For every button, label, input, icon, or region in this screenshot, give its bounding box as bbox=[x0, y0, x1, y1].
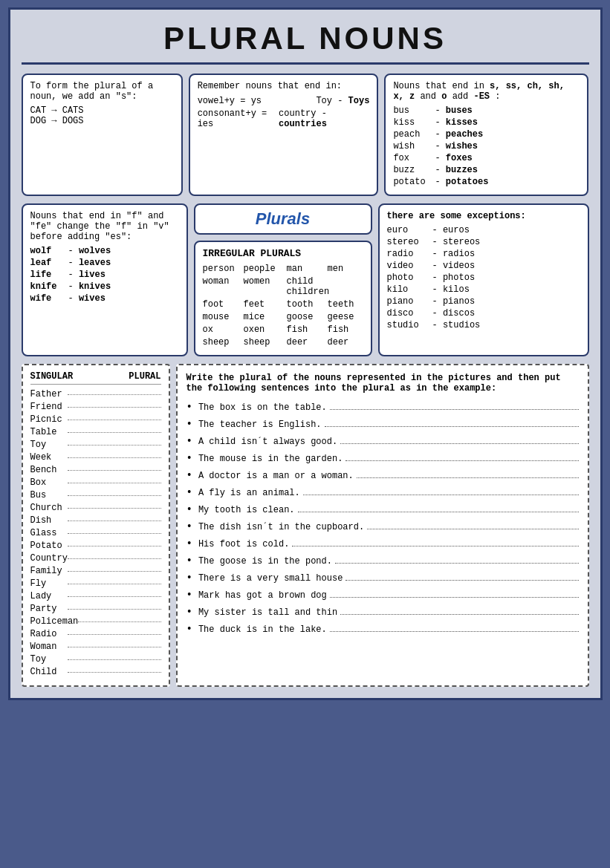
bullet: • bbox=[186, 401, 192, 413]
sp-row: Friend bbox=[30, 402, 161, 412]
rule1-box: To form the plural of a noun, we add an … bbox=[22, 74, 183, 196]
irregular-box: IRREGULAR PLURALS personpeoplemanmenwoma… bbox=[194, 241, 372, 356]
sp-row: Party bbox=[30, 604, 161, 614]
irreg-pair: mousemice bbox=[203, 312, 279, 322]
bullet: • bbox=[186, 435, 192, 447]
exercise-item: •A doctor is a man or a woman. bbox=[186, 468, 579, 481]
exercise-answer-line bbox=[292, 536, 578, 546]
page: PLURAL NOUNS To form the plural of a nou… bbox=[8, 7, 603, 700]
exercise-item: •Mark has got a brown dog bbox=[186, 587, 579, 601]
sp-row: Father bbox=[30, 389, 161, 399]
exercise-sentence: There is a very small house bbox=[198, 573, 343, 584]
sp-word: Potato bbox=[30, 541, 68, 551]
ffe-pair: wolf- wolves bbox=[30, 246, 179, 256]
sp-row: Glass bbox=[30, 528, 161, 538]
sp-row: Lady bbox=[30, 591, 161, 601]
exception-pair: piano- pianos bbox=[387, 296, 580, 307]
exception-pair: kilo- kilos bbox=[387, 284, 580, 295]
bullet: • bbox=[186, 572, 192, 584]
sp-word: Father bbox=[30, 389, 68, 399]
sp-dots bbox=[68, 647, 161, 647]
exercise-item: •The goose is in the pond. bbox=[186, 553, 579, 567]
exception-pair: video- videos bbox=[387, 261, 580, 271]
exercise-item: •A child isn´t always good. bbox=[186, 434, 579, 447]
ffe-pair: knife- knives bbox=[30, 281, 179, 292]
rule3-pair: peach- peaches bbox=[393, 129, 580, 140]
exercise-answer-line bbox=[367, 519, 578, 529]
sp-word: Child bbox=[30, 667, 68, 677]
sp-row: Family bbox=[30, 566, 161, 576]
exercise-sentence: A fly is an animal. bbox=[198, 488, 300, 498]
sp-dots bbox=[68, 521, 161, 521]
bullet: • bbox=[186, 418, 192, 430]
sp-row: Potato bbox=[30, 541, 161, 551]
rule3-pair: fox- foxes bbox=[393, 153, 580, 163]
irreg-pair: sheepsheep bbox=[203, 337, 279, 347]
sp-row: Bench bbox=[30, 465, 161, 475]
sp-dots bbox=[68, 558, 161, 559]
rule3-intro: Nouns that end in s, ss, ch, sh, x, z an… bbox=[393, 81, 580, 102]
irreg-pair: footfeet bbox=[203, 299, 279, 310]
irreg-pair: goosegeese bbox=[287, 312, 363, 322]
exercise-answer-line bbox=[330, 621, 579, 632]
exercise-item: •The dish isn´t in the cupboard. bbox=[186, 519, 579, 532]
sp-dots bbox=[68, 457, 161, 458]
ffe-pair: leaf- leaves bbox=[30, 258, 179, 268]
rule2-box: Remember nouns that end in: vowel+y = ys… bbox=[189, 74, 379, 196]
sp-row: Dish bbox=[30, 515, 161, 526]
irreg-pair: personpeople bbox=[203, 264, 279, 274]
irreg-pair: childchildren bbox=[287, 276, 363, 297]
sp-row: Child bbox=[30, 667, 161, 677]
sp-dots bbox=[68, 432, 161, 433]
exercise-answer-line bbox=[325, 417, 579, 427]
bullet: • bbox=[186, 623, 192, 635]
bullet: • bbox=[186, 469, 192, 481]
sp-word: Radio bbox=[30, 629, 68, 639]
sp-word: Bench bbox=[30, 465, 68, 475]
exercise-instruction: Write the plural of the nouns represente… bbox=[186, 373, 579, 394]
sp-header: SINGULAR PLURAL bbox=[30, 371, 161, 385]
exercise-sentence: The goose is in the pond. bbox=[198, 556, 332, 567]
exceptions-intro: there are some exceptions: bbox=[387, 211, 580, 221]
irreg-pair: manmen bbox=[287, 264, 363, 274]
ffe-pair: life- lives bbox=[30, 270, 179, 280]
sp-word: Dish bbox=[30, 515, 68, 526]
sp-row: Week bbox=[30, 452, 161, 463]
sp-dots bbox=[68, 672, 161, 673]
exercise-sentence: The duck is in the lake. bbox=[198, 624, 327, 635]
exercise-box: Write the plural of the nouns represente… bbox=[176, 364, 589, 687]
sp-row: Picnic bbox=[30, 414, 161, 425]
exercise-answer-line bbox=[345, 451, 578, 461]
rule2-row2-ex: country - countries bbox=[279, 108, 369, 129]
exercise-item: •The mouse is in the garden. bbox=[186, 451, 579, 464]
irreg-pair: womanwomen bbox=[203, 276, 279, 297]
exercise-item: •There is a very small house bbox=[186, 570, 579, 584]
sp-dots bbox=[68, 596, 161, 597]
sp-dots bbox=[68, 533, 161, 534]
exercise-answer-line bbox=[357, 468, 579, 478]
exercise-item: •A fly is an animal. bbox=[186, 485, 579, 498]
sp-dots bbox=[68, 470, 161, 471]
page-title: PLURAL NOUNS bbox=[22, 21, 589, 65]
rule3-pair: wish- wishes bbox=[393, 141, 580, 151]
exception-pair: photo- photos bbox=[387, 273, 580, 283]
sp-row: Table bbox=[30, 427, 161, 437]
irreg-pair: toothteeth bbox=[287, 299, 363, 310]
rule1-text: To form the plural of a noun, we add an … bbox=[30, 81, 174, 102]
exercise-items: •The box is on the table.•The teacher is… bbox=[186, 399, 579, 635]
sp-word: Toy bbox=[30, 440, 68, 450]
sp-dots bbox=[78, 621, 160, 622]
sp-word: Policeman bbox=[30, 616, 79, 627]
exercise-sentence: His foot is cold. bbox=[198, 539, 289, 549]
rule2-row2-rule: consonant+y = ies bbox=[198, 108, 279, 129]
sp-row: Bus bbox=[30, 490, 161, 500]
sp-word: Bus bbox=[30, 490, 68, 500]
irreg-pair: oxoxen bbox=[203, 324, 279, 335]
sp-header-plural: PLURAL bbox=[129, 371, 160, 382]
rule3-box: Nouns that end in s, ss, ch, sh, x, z an… bbox=[384, 74, 588, 196]
rule2-row1-ex: Toy - Toys bbox=[316, 96, 369, 106]
rule3-pair: kiss- kisses bbox=[393, 117, 580, 128]
sp-dots bbox=[68, 407, 161, 408]
sp-dots bbox=[68, 445, 161, 446]
exercise-answer-line bbox=[345, 570, 578, 581]
